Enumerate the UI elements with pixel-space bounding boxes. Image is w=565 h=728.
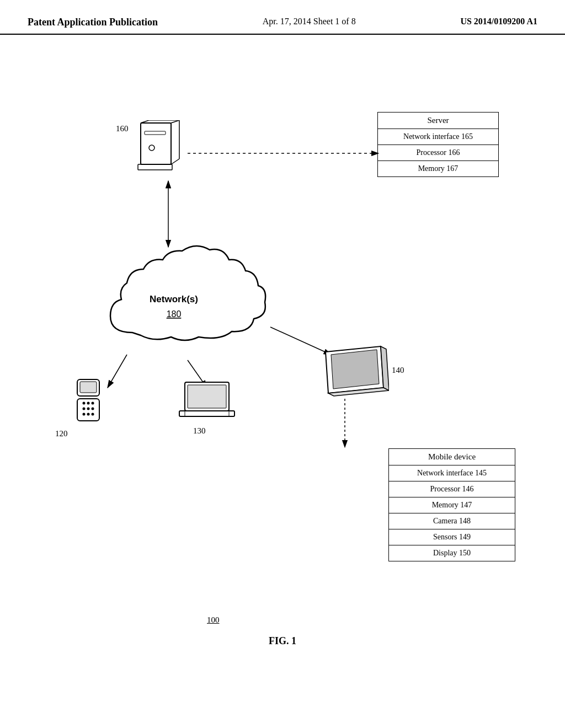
server-icon xyxy=(132,120,182,183)
svg-point-31 xyxy=(92,413,94,416)
server-processor: Processor 166 xyxy=(378,144,498,160)
server-component-box: Server Network interface 165 Processor 1… xyxy=(377,112,499,177)
svg-point-16 xyxy=(149,145,154,151)
svg-point-27 xyxy=(87,408,90,410)
svg-point-25 xyxy=(92,402,94,405)
svg-point-26 xyxy=(83,408,86,410)
server-label-160: 160 xyxy=(116,124,129,133)
laptop-label-130: 130 xyxy=(193,426,206,436)
svg-rect-22 xyxy=(80,382,97,393)
svg-point-29 xyxy=(83,413,86,416)
diagram-ref: 100 xyxy=(207,615,220,625)
phone-icon xyxy=(69,377,108,429)
server-memory: Memory 167 xyxy=(378,160,498,176)
mobile-processor: Processor 146 xyxy=(389,481,515,497)
svg-text:Network(s): Network(s) xyxy=(150,294,198,304)
svg-rect-9 xyxy=(141,123,171,164)
figure-caption: FIG. 1 xyxy=(269,635,296,647)
svg-point-28 xyxy=(92,408,94,410)
svg-point-24 xyxy=(87,402,90,405)
svg-text:180: 180 xyxy=(167,309,182,319)
tablet-label-140: 140 xyxy=(392,366,404,375)
patent-number: US 2014/0109200 A1 xyxy=(460,17,537,26)
mobile-title: Mobile device xyxy=(389,449,515,465)
svg-line-14 xyxy=(171,159,179,164)
mobile-memory: Memory 147 xyxy=(389,497,515,513)
svg-point-23 xyxy=(83,402,86,405)
server-network-interface: Network interface 165 xyxy=(378,129,498,144)
server-title: Server xyxy=(378,113,498,129)
mobile-camera: Camera 148 xyxy=(389,513,515,529)
svg-marker-40 xyxy=(331,350,379,389)
svg-rect-17 xyxy=(138,164,172,170)
mobile-component-box: Mobile device Network interface 145 Proc… xyxy=(388,448,515,561)
network-cloud: Network(s) 180 xyxy=(88,239,276,366)
diagram-area: 160 Server Network interface 165 Process… xyxy=(0,35,565,697)
phone-label-120: 120 xyxy=(55,429,68,438)
laptop-icon xyxy=(177,379,237,426)
publication-type: Patent Application Publication xyxy=(28,17,158,28)
svg-rect-34 xyxy=(179,411,234,416)
tablet-icon xyxy=(317,344,389,401)
date-sheet: Apr. 17, 2014 Sheet 1 of 8 xyxy=(263,17,356,26)
mobile-display: Display 150 xyxy=(389,545,515,561)
svg-rect-15 xyxy=(145,131,166,135)
svg-point-30 xyxy=(87,413,90,416)
mobile-sensors: Sensors 149 xyxy=(389,529,515,545)
svg-rect-33 xyxy=(188,385,226,408)
mobile-network-interface: Network interface 145 xyxy=(389,465,515,481)
page-header: Patent Application Publication Apr. 17, … xyxy=(0,0,565,35)
